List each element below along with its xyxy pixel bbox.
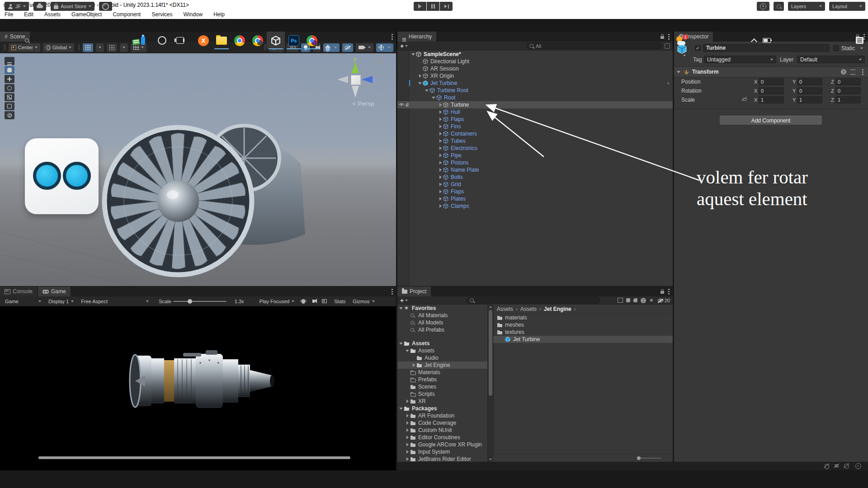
menu-item[interactable]: GameObject: [71, 11, 102, 18]
expander-arrow[interactable]: [399, 341, 404, 346]
scene-viewport[interactable]: y z < Persp: [0, 53, 396, 286]
breadcrumb-item[interactable]: Assets›: [497, 306, 518, 312]
layout-dropdown[interactable]: Layout: [829, 2, 865, 11]
expander-arrow[interactable]: [438, 189, 443, 194]
expander-arrow[interactable]: [438, 204, 443, 208]
cache-status-icon[interactable]: [834, 463, 840, 469]
game-viewport[interactable]: [0, 306, 396, 470]
jet-turbine-model[interactable]: [63, 99, 316, 286]
hierarchy-item[interactable]: Clamps ›: [397, 202, 673, 210]
project-tree-item[interactable]: Prefabs: [397, 376, 487, 383]
y-value-field[interactable]: 0: [797, 78, 822, 85]
tag-dropdown[interactable]: Untagged: [704, 56, 776, 63]
display-dropdown[interactable]: Display 1: [46, 297, 76, 305]
expander-arrow[interactable]: [405, 450, 410, 454]
project-tree-item[interactable]: Google ARCore XR Plugin: [397, 441, 487, 448]
hierarchy-item[interactable]: Plates ›: [397, 195, 673, 202]
hierarchy-item[interactable]: Pistons ›: [397, 159, 673, 166]
hierarchy-menu-kebab[interactable]: [668, 36, 670, 38]
project-tree-item[interactable]: Materials: [397, 369, 487, 376]
task-view-button[interactable]: [171, 32, 189, 49]
z-value-field[interactable]: 0: [835, 87, 861, 94]
step-button[interactable]: [440, 2, 453, 11]
link-slash-icon[interactable]: [742, 97, 747, 102]
create-object-button[interactable]: +: [400, 42, 408, 50]
active-checkbox[interactable]: ✓: [695, 45, 701, 51]
hierarchy-search-input[interactable]: All: [526, 42, 662, 49]
expander-arrow[interactable]: [438, 131, 443, 136]
project-tree-item[interactable]: Input System: [397, 448, 487, 455]
menu-item[interactable]: Component: [113, 11, 141, 18]
expander-arrow[interactable]: [411, 363, 416, 367]
taskbar-file-explorer[interactable]: [212, 32, 231, 49]
grid-visibility-caret[interactable]: [96, 43, 104, 52]
project-tree-item[interactable]: Packages: [397, 405, 487, 412]
project-search-input[interactable]: [467, 297, 600, 304]
hierarchy-item[interactable]: AR Session ›: [397, 65, 673, 72]
hierarchy-item[interactable]: Pipe ›: [397, 152, 673, 159]
toolbar-drag-handle[interactable]: [78, 44, 79, 51]
project-tree-item[interactable]: Assets: [397, 340, 487, 347]
expander-arrow[interactable]: [418, 74, 423, 78]
menu-item[interactable]: Window: [183, 11, 203, 18]
space-dropdown[interactable]: Global: [43, 43, 74, 52]
search-button[interactable]: [774, 2, 784, 11]
expander-arrow[interactable]: [438, 182, 443, 187]
project-tree-item[interactable]: Assets: [397, 347, 487, 354]
compile-status-icon[interactable]: ✓: [855, 463, 861, 469]
hierarchy-item[interactable]: Flaps ›: [397, 116, 673, 123]
expander-arrow[interactable]: [399, 406, 404, 411]
expander-arrow[interactable]: [405, 370, 410, 375]
scroll-up-arrow[interactable]: [489, 306, 492, 308]
pause-button[interactable]: [427, 2, 439, 11]
layers-dropdown[interactable]: Layers: [788, 2, 825, 11]
hierarchy-item[interactable]: XR Origin ›: [397, 72, 673, 80]
debug-button[interactable]: [299, 297, 308, 305]
axis-x-cone[interactable]: [337, 76, 348, 83]
project-tree-item[interactable]: Scripts: [397, 390, 487, 398]
project-file-item[interactable]: meshes: [493, 321, 673, 328]
expander-arrow[interactable]: [418, 66, 423, 71]
expander-arrow[interactable]: [411, 52, 416, 56]
scale-slider-knob[interactable]: [188, 299, 192, 304]
play-focused-dropdown[interactable]: Play Focused: [257, 297, 297, 305]
inspector-menu-kebab[interactable]: [863, 36, 865, 38]
component-menu-kebab[interactable]: [862, 71, 863, 73]
project-lock-icon[interactable]: [660, 291, 664, 294]
expander-arrow[interactable]: [405, 421, 410, 425]
y-value-field[interactable]: 1: [797, 96, 822, 103]
effects-dropdown[interactable]: [323, 43, 340, 52]
expander-arrow[interactable]: [438, 117, 443, 122]
y-value-field[interactable]: 0: [797, 87, 822, 94]
hierarchy-item[interactable]: Jet Turbine ›: [397, 80, 673, 87]
gizmos-dropdown[interactable]: [376, 43, 393, 52]
package-filter-icon[interactable]: [626, 298, 630, 302]
hierarchy-item[interactable]: Hull ›: [397, 108, 673, 116]
game-audio-toggle[interactable]: [310, 297, 317, 305]
hierarchy-item[interactable]: Directional Light ›: [397, 58, 673, 65]
pivot-dropdown[interactable]: Center: [9, 43, 40, 52]
hierarchy-item[interactable]: Root ›: [397, 94, 673, 101]
axis-down-cone[interactable]: [352, 86, 359, 98]
hierarchy-lock-icon[interactable]: [660, 36, 664, 39]
expander-arrow[interactable]: [405, 320, 410, 325]
expander-arrow[interactable]: [405, 392, 410, 396]
project-file-item[interactable]: textures: [493, 328, 673, 336]
hidden-objects-toggle[interactable]: [342, 43, 353, 52]
help-icon[interactable]: ?: [841, 69, 846, 75]
favorites-filter-icon[interactable]: ★: [649, 297, 654, 303]
cloud-button[interactable]: [33, 2, 46, 11]
menu-item[interactable]: Edit: [24, 11, 33, 18]
expander-arrow[interactable]: [418, 81, 423, 85]
project-tree-item[interactable]: Code Coverage: [397, 419, 487, 427]
scrollbar-thumb[interactable]: [489, 310, 492, 396]
pick-icon[interactable]: [405, 102, 410, 107]
cortana-button[interactable]: [153, 32, 171, 49]
refresh-status-icon[interactable]: [844, 463, 849, 469]
gizmo-cube[interactable]: [351, 75, 361, 85]
expander-arrow[interactable]: [438, 153, 443, 158]
game-gizmos-dropdown[interactable]: Gizmos: [350, 297, 377, 305]
view-tool-button[interactable]: [5, 66, 14, 74]
hierarchy-item[interactable]: Turbine Root ›: [397, 87, 673, 94]
scroll-down-arrow[interactable]: [489, 459, 492, 460]
